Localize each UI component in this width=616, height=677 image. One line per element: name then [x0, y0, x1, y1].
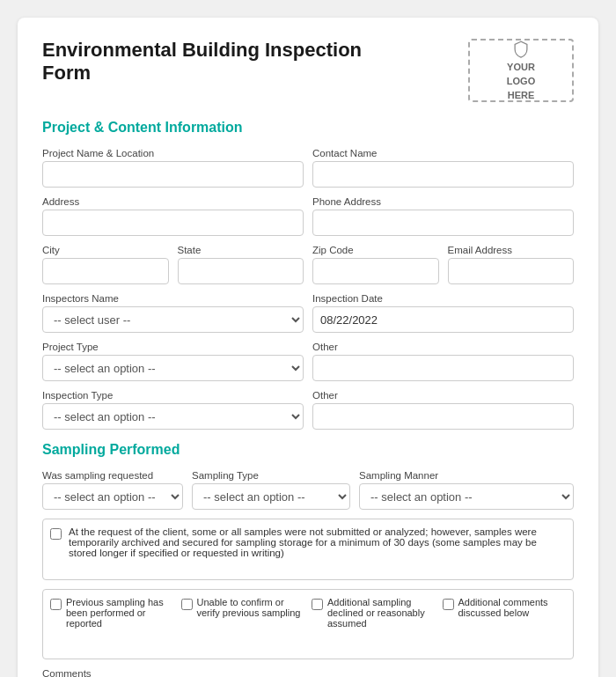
inspection-type-select[interactable]: -- select an option --	[42, 403, 304, 430]
sampling-checkboxes-row: Previous sampling has been performed or …	[42, 589, 574, 659]
sampling-type-label: Sampling Type	[192, 470, 350, 481]
email-field: Email Address	[448, 245, 575, 284]
was-sampling-field: Was sampling requested -- select an opti…	[42, 470, 183, 510]
phone-input[interactable]	[312, 210, 574, 236]
city-label: City	[42, 245, 169, 255]
inspection-type-row: Inspection Type -- select an option -- O…	[42, 390, 574, 430]
inspection-date-label: Inspection Date	[312, 293, 574, 304]
checkbox-label-1: Previous sampling has been performed or …	[66, 597, 174, 629]
zip-input[interactable]	[312, 258, 439, 284]
logo-text-2: LOGO	[507, 76, 535, 86]
inspection-type-field: Inspection Type -- select an option --	[42, 390, 304, 430]
project-type-field: Project Type -- select an option --	[42, 342, 304, 381]
checkbox-label-2: Unable to confirm or verify previous sam…	[197, 597, 305, 618]
checkbox-additional-comments[interactable]	[443, 599, 454, 610]
project-type-row: Project Type -- select an option -- Othe…	[42, 342, 574, 381]
project-type-other-input[interactable]	[312, 355, 574, 381]
project-contact-row: Project Name & Location Contact Name	[42, 148, 574, 188]
zip-field: Zip Code	[312, 245, 439, 284]
city-field: City	[42, 245, 169, 284]
inspector-select[interactable]: -- select user --	[42, 306, 304, 333]
address-phone-row: Address Phone Address	[42, 196, 574, 236]
state-field: State	[178, 245, 304, 284]
sampling-manner-field: Sampling Manner -- select an option --	[359, 470, 574, 510]
sampling-section-title: Sampling Performed	[42, 442, 574, 458]
checkbox-item-3: Additional sampling declined or reasonab…	[312, 597, 436, 651]
header-row: Environmental Building Inspection Form Y…	[42, 39, 574, 102]
project-type-other-label: Other	[312, 342, 574, 352]
shield-icon	[509, 40, 533, 58]
form-title: Environmental Building Inspection Form	[42, 39, 377, 85]
logo-text-1: YOUR	[507, 62, 535, 72]
contact-name-input[interactable]	[312, 161, 574, 188]
comments-field: Comments	[42, 668, 574, 677]
project-name-label: Project Name & Location	[42, 148, 304, 158]
sampling-type-field: Sampling Type -- select an option --	[192, 470, 350, 510]
contact-name-label: Contact Name	[312, 148, 574, 158]
checkbox-item-1: Previous sampling has been performed or …	[50, 597, 174, 651]
checkbox-item-2: Unable to confirm or verify previous sam…	[181, 597, 305, 651]
phone-field: Phone Address	[312, 196, 574, 236]
logo-placeholder: YOUR LOGO HERE	[468, 39, 574, 102]
was-sampling-label: Was sampling requested	[42, 470, 183, 481]
checkbox-additional-sampling[interactable]	[312, 599, 323, 610]
state-input[interactable]	[178, 258, 304, 284]
state-label: State	[178, 245, 304, 255]
email-label: Email Address	[448, 245, 575, 255]
city-input[interactable]	[42, 258, 169, 284]
sampling-manner-label: Sampling Manner	[359, 470, 574, 481]
inspector-date-row: Inspectors Name -- select user -- Inspec…	[42, 293, 574, 333]
project-type-other-field: Other	[312, 342, 574, 381]
inspection-type-other-label: Other	[312, 390, 574, 401]
inspector-label: Inspectors Name	[42, 293, 304, 304]
city-state-zip-email-row: City State Zip Code Email Address	[42, 245, 574, 284]
sampling-type-select[interactable]: -- select an option --	[192, 483, 350, 510]
inspection-type-label: Inspection Type	[42, 390, 304, 401]
form-container: Environmental Building Inspection Form Y…	[18, 18, 598, 677]
project-type-select[interactable]: -- select an option --	[42, 355, 304, 381]
checkbox-unable-confirm[interactable]	[181, 599, 193, 610]
was-sampling-select[interactable]: -- select an option --	[42, 483, 183, 510]
notice-box: At the request of the client, some or al…	[42, 519, 574, 580]
contact-name-field: Contact Name	[312, 148, 574, 188]
project-name-input[interactable]	[42, 161, 304, 188]
notice-checkbox[interactable]	[50, 528, 62, 540]
project-type-label: Project Type	[42, 342, 304, 352]
notice-text: At the request of the client, some or al…	[69, 526, 566, 558]
sampling-manner-select[interactable]: -- select an option --	[359, 483, 574, 510]
checkbox-label-3: Additional sampling declined or reasonab…	[327, 597, 436, 629]
checkbox-item-4: Additional comments discussed below	[443, 597, 567, 651]
inspector-field: Inspectors Name -- select user --	[42, 293, 304, 333]
logo-text-3: HERE	[508, 90, 535, 100]
project-info-section-title: Project & Content Information	[42, 120, 574, 136]
checkbox-previous-sampling[interactable]	[50, 599, 62, 610]
project-name-field: Project Name & Location	[42, 148, 304, 188]
address-label: Address	[42, 196, 304, 207]
comments-label: Comments	[42, 668, 574, 677]
inspection-type-other-input[interactable]	[312, 403, 574, 430]
inspection-date-input[interactable]	[312, 306, 574, 333]
sampling-dropdowns-row: Was sampling requested -- select an opti…	[42, 470, 574, 510]
zip-label: Zip Code	[312, 245, 439, 255]
email-input[interactable]	[448, 258, 575, 284]
address-input[interactable]	[42, 210, 304, 236]
inspection-type-other-field: Other	[312, 390, 574, 430]
address-field: Address	[42, 196, 304, 236]
inspection-date-field: Inspection Date	[312, 293, 574, 333]
checkbox-label-4: Additional comments discussed below	[458, 597, 567, 618]
phone-label: Phone Address	[312, 196, 574, 207]
